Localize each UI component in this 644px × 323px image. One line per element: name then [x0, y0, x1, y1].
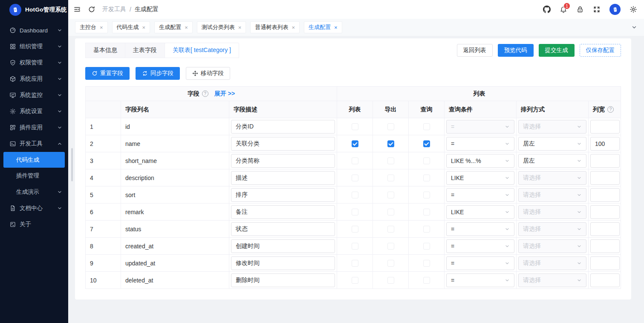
page-tab-1[interactable]: 代码生成×: [112, 21, 150, 33]
vertical-scrollbar[interactable]: [71, 148, 73, 181]
query-condition-select[interactable]: LIKE: [446, 171, 514, 185]
sidebar-item-code-gen[interactable]: 代码生成: [3, 152, 65, 168]
query-checkbox[interactable]: [423, 243, 430, 250]
sidebar-item-about[interactable]: 关于: [0, 216, 68, 233]
action-button-1[interactable]: 同步字段: [136, 67, 180, 80]
sidebar-item-system-monitor[interactable]: 系统监控: [0, 87, 68, 103]
field-desc-input[interactable]: [231, 188, 335, 202]
app-logo[interactable]: HotGo管理系统: [0, 0, 68, 20]
query-checkbox[interactable]: [423, 226, 430, 233]
width-input[interactable]: [590, 171, 620, 185]
align-select[interactable]: 居左: [518, 137, 586, 151]
field-desc-input[interactable]: [231, 256, 335, 270]
export-checkbox[interactable]: [387, 192, 394, 198]
page-tab-4[interactable]: 普通树表列表×: [250, 21, 300, 33]
list-checkbox[interactable]: [352, 123, 358, 130]
close-tab-icon[interactable]: ×: [100, 25, 103, 30]
refresh-icon[interactable]: [88, 6, 95, 13]
page-tab-2[interactable]: 生成配置×: [154, 21, 193, 33]
query-condition-select[interactable]: LIKE: [446, 205, 514, 219]
field-desc-input[interactable]: [231, 239, 335, 253]
export-checkbox[interactable]: [387, 209, 394, 215]
query-checkbox[interactable]: [423, 192, 430, 198]
list-checkbox[interactable]: [352, 157, 358, 164]
query-condition-select[interactable]: LIKE %...%: [446, 154, 514, 168]
sidebar-item-organization[interactable]: 组织管理: [0, 38, 68, 55]
export-checkbox[interactable]: [387, 175, 394, 181]
header-button-1[interactable]: 预览代码: [498, 44, 534, 57]
config-tab-2[interactable]: 关联表[ testCategory ]: [165, 43, 239, 58]
sidebar-item-dashboard[interactable]: Dashboard: [0, 22, 68, 38]
header-button-0[interactable]: 返回列表: [457, 44, 493, 57]
list-checkbox[interactable]: [352, 226, 358, 233]
sidebar-item-dev-tools[interactable]: 开发工具: [0, 136, 68, 152]
width-input[interactable]: [590, 188, 620, 202]
list-checkbox[interactable]: [352, 260, 358, 267]
page-tab-0[interactable]: 主控台×: [75, 21, 108, 33]
width-input[interactable]: [590, 274, 620, 287]
sidebar-item-doc-center[interactable]: 文档中心: [0, 200, 68, 216]
query-condition-select[interactable]: =: [446, 222, 514, 236]
config-tab-1[interactable]: 主表字段: [125, 43, 165, 58]
tab-options-chevron-icon[interactable]: [629, 24, 640, 30]
list-checkbox[interactable]: [352, 209, 358, 215]
page-tab-3[interactable]: 测试分类列表×: [197, 21, 246, 33]
query-condition-select[interactable]: =: [446, 274, 514, 287]
close-tab-icon[interactable]: ×: [238, 25, 242, 30]
width-input[interactable]: [590, 222, 620, 236]
github-icon[interactable]: [543, 6, 551, 13]
align-select[interactable]: 居左: [518, 154, 586, 168]
user-avatar[interactable]: [609, 4, 621, 15]
field-desc-input[interactable]: [231, 222, 335, 236]
list-checkbox[interactable]: [352, 243, 358, 250]
query-checkbox[interactable]: [423, 140, 430, 147]
width-input[interactable]: [590, 239, 620, 253]
fullscreen-icon[interactable]: [593, 6, 601, 13]
width-help-icon[interactable]: [607, 106, 614, 113]
header-button-3[interactable]: 仅保存配置: [580, 44, 621, 57]
export-checkbox[interactable]: [387, 123, 394, 130]
query-checkbox[interactable]: [423, 123, 430, 130]
close-tab-icon[interactable]: ×: [142, 25, 146, 30]
query-checkbox[interactable]: [423, 175, 430, 181]
action-button-2[interactable]: 移动字段: [186, 67, 230, 80]
export-checkbox[interactable]: [387, 140, 394, 147]
query-checkbox[interactable]: [423, 209, 430, 215]
export-checkbox[interactable]: [387, 243, 394, 250]
settings-gear-icon[interactable]: [630, 6, 637, 13]
query-condition-select[interactable]: =: [446, 188, 514, 202]
lock-icon[interactable]: [576, 6, 584, 13]
field-desc-input[interactable]: [231, 171, 335, 185]
export-checkbox[interactable]: [387, 226, 394, 233]
query-checkbox[interactable]: [423, 260, 430, 267]
export-checkbox[interactable]: [387, 277, 394, 284]
sidebar-item-gen-demo[interactable]: 生成演示: [0, 184, 68, 200]
field-desc-input[interactable]: [231, 137, 335, 151]
width-input[interactable]: [590, 154, 620, 168]
sidebar-item-permission[interactable]: 权限管理: [0, 55, 68, 71]
sidebar-item-system-setting[interactable]: 系统设置: [0, 103, 68, 119]
width-input[interactable]: [590, 205, 620, 219]
field-help-icon[interactable]: [202, 90, 208, 97]
close-tab-icon[interactable]: ×: [334, 25, 338, 30]
action-button-0[interactable]: 重置字段: [85, 67, 130, 80]
query-checkbox[interactable]: [423, 277, 430, 284]
sidebar-item-plugin-manage[interactable]: 插件管理: [0, 168, 68, 184]
width-input[interactable]: [590, 120, 620, 134]
breadcrumb-parent[interactable]: 开发工具: [102, 6, 126, 13]
sidebar-item-plugin-app[interactable]: 插件应用: [0, 119, 68, 136]
list-checkbox[interactable]: [352, 175, 358, 181]
field-desc-input[interactable]: [231, 120, 335, 134]
collapse-menu-icon[interactable]: [73, 6, 81, 13]
width-input[interactable]: [590, 137, 620, 151]
query-condition-select[interactable]: =: [446, 256, 514, 270]
query-condition-select[interactable]: =: [446, 239, 514, 253]
sidebar-item-system-app[interactable]: 系统应用: [0, 71, 68, 87]
query-condition-select[interactable]: =: [446, 137, 514, 151]
expand-link[interactable]: 展开 >>: [214, 90, 235, 98]
config-tab-0[interactable]: 基本信息: [85, 43, 125, 58]
query-checkbox[interactable]: [423, 157, 430, 164]
field-desc-input[interactable]: [231, 154, 335, 168]
field-desc-input[interactable]: [231, 205, 335, 219]
close-tab-icon[interactable]: ×: [292, 25, 295, 30]
